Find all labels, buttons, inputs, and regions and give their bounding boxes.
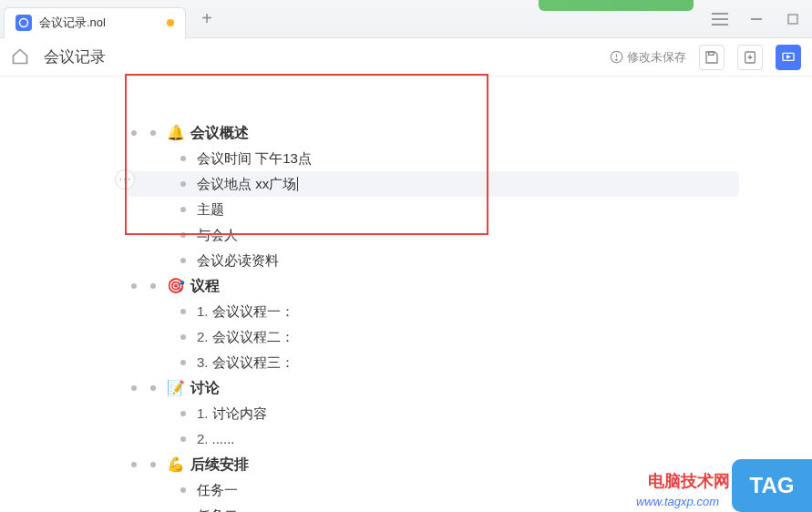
text-cursor [297, 177, 298, 191]
top-banner [539, 0, 694, 11]
save-button[interactable] [699, 45, 725, 70]
svg-point-8 [616, 59, 617, 60]
export-button[interactable] [737, 45, 763, 70]
list-item-active[interactable]: 会议地点 xx广场 [128, 171, 739, 197]
section-agenda[interactable]: 🎯 议程 [128, 273, 739, 299]
svg-rect-9 [709, 52, 714, 55]
section-overview[interactable]: 🔔 会议概述 [128, 120, 739, 146]
section-title: 会议概述 [190, 120, 249, 146]
present-button[interactable] [776, 45, 801, 70]
svg-marker-12 [787, 56, 790, 58]
target-icon: 🎯 [167, 273, 185, 299]
section-title: 议程 [190, 273, 220, 299]
watermark-url: www.tagxp.com [636, 495, 719, 508]
item-text: 讨论内容 [212, 401, 267, 426]
list-item[interactable]: 3. 会议议程三： [128, 350, 739, 375]
bullet-icon [131, 462, 137, 467]
section-title: 后续安排 [190, 452, 249, 477]
item-text: 主题 [197, 197, 224, 222]
item-text: 与会人 [197, 222, 238, 248]
menu-icon[interactable] [710, 9, 730, 29]
svg-rect-5 [788, 15, 797, 24]
bullet-icon [180, 487, 186, 493]
memo-icon: 📝 [167, 375, 185, 401]
list-item[interactable]: 会议时间 下午13点 [128, 146, 739, 171]
item-text: 任务二 [197, 503, 238, 512]
bullet-icon [131, 130, 137, 136]
list-item[interactable]: 会议必读资料 [128, 248, 739, 273]
svg-point-0 [20, 19, 28, 27]
bullet-icon [131, 385, 137, 391]
unsaved-label: 修改未保存 [627, 49, 686, 66]
bullet-icon [150, 283, 156, 289]
list-item[interactable]: 2. 会议议程二： [128, 324, 739, 350]
list-item[interactable]: 2. ...... [128, 426, 739, 452]
item-text: ...... [212, 426, 235, 452]
list-item[interactable]: 1. 讨论内容 [128, 401, 739, 426]
document-tab[interactable]: 会议记录.nol [4, 7, 186, 38]
unsaved-status: 修改未保存 [610, 49, 686, 66]
bullet-icon [180, 232, 186, 238]
item-text: 会议时间 下午13点 [197, 146, 312, 171]
muscle-icon: 💪 [167, 452, 185, 477]
maximize-icon[interactable] [783, 9, 803, 29]
list-item[interactable]: 主题 [128, 197, 739, 222]
item-text: 会议议程三： [212, 350, 294, 375]
tab-title: 会议记录.nol [39, 15, 159, 31]
list-item[interactable]: 1. 会议议程一： [128, 299, 739, 324]
item-number: 1. [197, 401, 209, 426]
toolbar: 会议记录 修改未保存 [0, 38, 812, 77]
bullet-icon [180, 334, 186, 340]
doc-title: 会议记录 [44, 46, 106, 67]
bullet-icon [150, 462, 156, 467]
item-number: 1. [197, 299, 209, 324]
item-number: 2. [197, 426, 209, 452]
bullet-icon [180, 436, 186, 442]
bullet-icon [150, 385, 156, 391]
item-text: 会议必读资料 [197, 248, 279, 273]
list-item[interactable]: 与会人 [128, 222, 739, 248]
item-number: 3. [197, 350, 209, 375]
bullet-icon [180, 181, 186, 187]
bullet-icon [180, 360, 186, 365]
watermark-text: 电脑技术网 [648, 470, 730, 492]
add-node-button[interactable]: ⋯ [115, 169, 135, 189]
modified-dot-icon [167, 19, 174, 26]
info-icon [610, 50, 623, 64]
bullet-icon [180, 207, 186, 212]
home-icon[interactable] [11, 47, 31, 67]
section-title: 讨论 [190, 375, 220, 401]
minimize-icon[interactable] [746, 9, 766, 29]
bullet-icon [180, 309, 186, 314]
bullet-icon [131, 283, 137, 289]
item-text: 任务一 [197, 477, 238, 503]
item-text: 会议议程一： [212, 299, 294, 324]
doc-icon [15, 15, 32, 31]
outline: 🔔 会议概述 会议时间 下午13点 会议地点 xx广场 主题 与会人 会议必读资… [0, 91, 812, 512]
bullet-icon [180, 258, 186, 263]
bell-icon: 🔔 [167, 120, 185, 146]
bullet-icon [180, 156, 186, 161]
item-number: 2. [197, 324, 209, 350]
content-area: 🔔 会议概述 会议时间 下午13点 会议地点 xx广场 主题 与会人 会议必读资… [0, 77, 812, 512]
item-text: 会议地点 xx广场 [197, 171, 296, 197]
new-tab-button[interactable]: + [193, 5, 221, 33]
item-text: 会议议程二： [212, 324, 294, 350]
section-discussion[interactable]: 📝 讨论 [128, 375, 739, 401]
tag-badge: TAG [732, 459, 812, 512]
bullet-icon [180, 411, 186, 416]
bullet-icon [150, 130, 156, 136]
